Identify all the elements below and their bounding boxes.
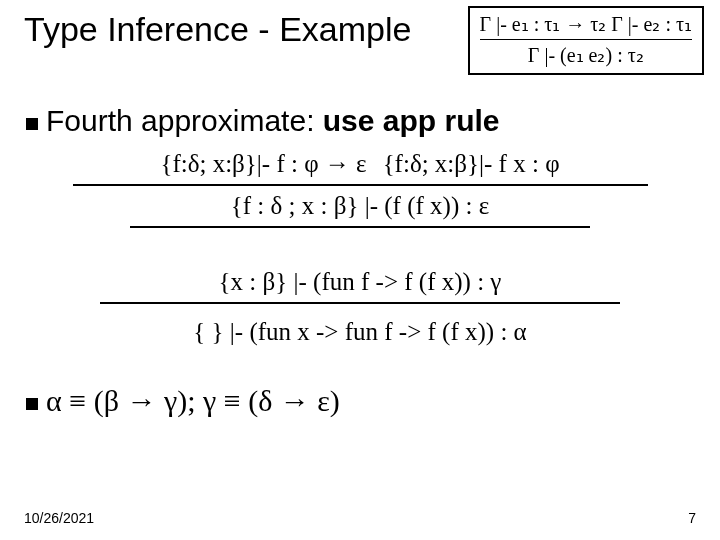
derivation-step-3: { } |- (fun x -> fun f -> f (f x)) : α: [70, 318, 650, 346]
derivation-line-3: [100, 302, 620, 304]
derivation-step-2: {x : β} |- (fun f -> f (f x)) : γ: [70, 268, 650, 310]
heading-text: Fourth approximate:: [46, 104, 323, 137]
derivation-line-2: [130, 226, 590, 228]
conclusion-2: {x : β} |- (fun f -> f (f x)) : γ: [70, 268, 650, 296]
derivation-step-1: {f:δ; x:β}|- f : φ → ε {f:δ; x:β}|- f x …: [70, 150, 650, 234]
rule-divider: [480, 39, 692, 40]
heading-bold: use app rule: [323, 104, 500, 137]
rule-premise: Γ |- e₁ : τ₁ → τ₂ Γ |- e₂ : τ₁: [480, 12, 692, 36]
page-number: 7: [688, 510, 696, 526]
footer-date: 10/26/2021: [24, 510, 94, 526]
type-definitions: α ≡ (β → γ); γ ≡ (δ → ε): [46, 384, 340, 418]
premise-right: {f:δ; x:β}|- f x : φ: [383, 150, 560, 178]
heading-line: Fourth approximate: use app rule: [46, 104, 500, 138]
derivation-line-1: [73, 184, 648, 186]
app-rule-box: Γ |- e₁ : τ₁ → τ₂ Γ |- e₂ : τ₁ Γ |- (e₁ …: [468, 6, 704, 75]
slide-title: Type Inference - Example: [24, 10, 411, 49]
premise-left: {f:δ; x:β}|- f : φ → ε: [160, 150, 366, 178]
rule-conclusion: Γ |- (e₁ e₂) : τ₂: [480, 43, 692, 67]
bullet-icon: [26, 398, 38, 410]
conclusion-1: {f : δ ; x : β} |- (f (f x)) : ε: [70, 192, 650, 220]
conclusion-3: { } |- (fun x -> fun f -> f (f x)) : α: [70, 318, 650, 346]
bullet-icon: [26, 118, 38, 130]
